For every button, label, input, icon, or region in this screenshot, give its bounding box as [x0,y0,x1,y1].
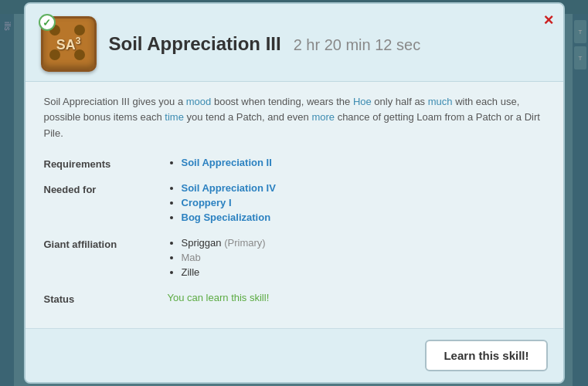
bog-specialization-link[interactable]: Bog Specialization [182,212,271,223]
giant-item-3: Zille [182,266,545,278]
spriggan-name: Spriggan [182,237,222,249]
croppery-1-link[interactable]: Croppery I [182,197,232,208]
skill-description: Soil Appreciation III gives you a mood b… [44,94,545,141]
requirements-value: Soil Appreciation II [168,157,545,182]
close-button[interactable]: × [544,12,554,29]
status-row: Status You can learn this skill! [44,292,545,316]
skill-time: 2 hr 20 min 12 sec [294,36,421,54]
much-link: much [428,96,453,107]
mood-link: mood [186,96,212,107]
modal-header: ✓ SA3 Soil Appreciation III 2 hr 20 min … [25,4,563,82]
zille-name: Zille [182,266,200,278]
time-link: time [165,111,184,123]
modal-body: Soil Appreciation III gives you a mood b… [25,82,563,327]
skill-title: Soil Appreciation III [109,33,281,55]
status-text: You can learn this skill! [168,292,270,303]
more-link: more [311,111,335,123]
needed-for-value: Soil Appreciation IV Croppery I Bog Spec… [168,182,545,237]
learn-skill-button[interactable]: Learn this skill! [425,340,547,371]
spriggan-suffix: (Primary) [222,237,266,249]
hoe-link: Hoe [353,96,372,107]
requirements-row: Requirements Soil Appreciation II [44,157,545,182]
needed-for-row: Needed for Soil Appreciation IV Croppery… [44,182,545,237]
soil-appreciation-4-link[interactable]: Soil Appreciation IV [182,182,276,194]
giant-item-2: Mab [182,252,545,263]
giant-item-1: Spriggan (Primary) [182,237,545,249]
giant-affiliation-row: Giant affiliation Spriggan (Primary) Mab… [44,237,545,292]
needed-item-3: Bog Specialization [182,212,545,223]
status-label: Status [44,292,168,316]
skill-icon: ✓ SA3 [41,16,97,72]
skill-icon-sup: 3 [76,36,81,46]
needed-item-2: Croppery I [182,197,545,208]
header-title-group: Soil Appreciation III 2 hr 20 min 12 sec [109,33,421,55]
mab-name: Mab [182,252,201,263]
info-table: Requirements Soil Appreciation II Needed… [44,157,545,316]
skill-modal: ✓ SA3 Soil Appreciation III 2 hr 20 min … [24,2,565,383]
req-item-1: Soil Appreciation II [182,157,545,168]
needed-item-1: Soil Appreciation IV [182,182,545,194]
checkmark-icon: ✓ [39,14,56,31]
giant-affiliation-label: Giant affiliation [44,237,168,292]
status-value: You can learn this skill! [168,292,545,316]
requirements-label: Requirements [44,157,168,182]
soil-appreciation-2-link[interactable]: Soil Appreciation II [182,157,272,168]
skill-icon-text: SA3 [56,36,81,52]
giant-affiliation-value: Spriggan (Primary) Mab Zille [168,237,545,292]
modal-footer: Learn this skill! [25,328,563,382]
needed-for-label: Needed for [44,182,168,237]
modal-overlay: ✓ SA3 Soil Appreciation III 2 hr 20 min … [0,0,588,386]
